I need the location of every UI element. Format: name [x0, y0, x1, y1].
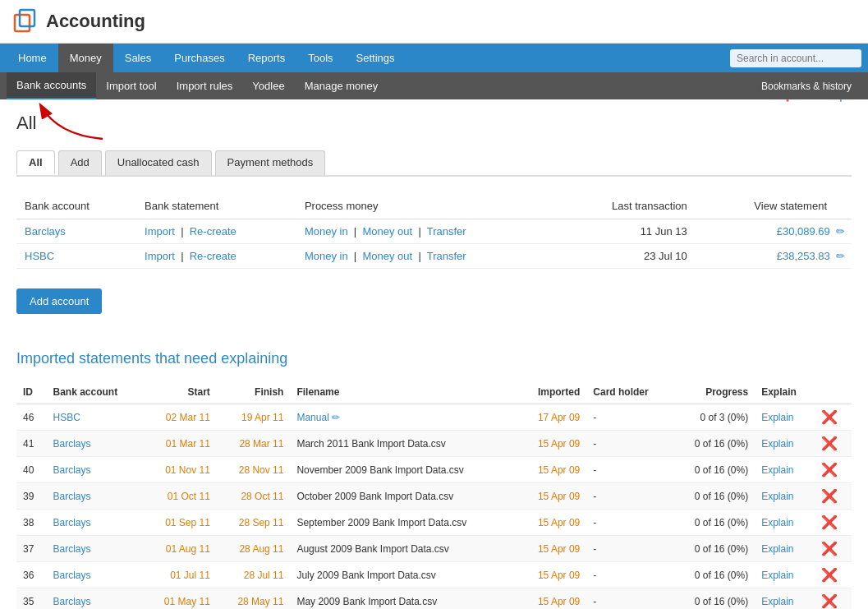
stmt-bank-link[interactable]: Barclays — [53, 491, 91, 502]
barclays-link[interactable]: Barclays — [25, 225, 66, 238]
stmt-filename-cell: Manual ✏ — [290, 404, 517, 431]
stmt-filename-cell: May 2009 Bank Import Data.csv — [290, 588, 517, 610]
stmt-explain-link[interactable]: Explain — [761, 543, 793, 555]
stmt-id: 46 — [16, 404, 47, 431]
account-row-hsbc: HSBC Import | Re-create Money in | Money… — [16, 244, 852, 269]
stmt-col-delete — [815, 381, 852, 404]
stmt-id: 39 — [16, 483, 47, 510]
stmt-delete-icon[interactable]: ❌ — [821, 463, 838, 477]
nav-reports[interactable]: Reports — [237, 44, 297, 72]
stmt-bank-link[interactable]: HSBC — [53, 412, 80, 423]
stmt-imported: 15 Apr 09 — [518, 510, 587, 536]
nav-settings[interactable]: Settings — [345, 44, 406, 72]
stmt-explain-link[interactable]: Explain — [761, 596, 793, 607]
hsbc-link[interactable]: HSBC — [25, 250, 54, 262]
tab-add[interactable]: Add — [58, 150, 102, 175]
app-logo: Accounting — [13, 8, 145, 35]
stmt-cardholder: - — [586, 510, 672, 536]
stmt-id: 40 — [16, 457, 47, 483]
subnav-bank-accounts[interactable]: Bank accounts — [7, 72, 96, 99]
bookmarks-button[interactable]: Bookmarks & history — [751, 74, 861, 99]
barclays-money-in-link[interactable]: Money in — [305, 225, 348, 238]
stmt-delete-icon[interactable]: ❌ — [821, 489, 838, 503]
stmt-explain-link[interactable]: Explain — [761, 464, 793, 476]
stmt-start: 01 Oct 11 — [143, 483, 217, 510]
barclays-recreate-link[interactable]: Re-create — [190, 225, 237, 238]
stmt-delete-icon[interactable]: ❌ — [821, 515, 838, 529]
stmt-start: 01 Jul 11 — [143, 562, 217, 588]
stmt-finish: 28 Mar 11 — [217, 431, 291, 457]
add-account-button[interactable]: Add account — [16, 288, 102, 314]
barclays-edit-icon[interactable]: ✏ — [836, 225, 845, 238]
subnav-import-rules[interactable]: Import rules — [167, 73, 243, 99]
stmt-finish: 28 May 11 — [217, 588, 291, 610]
nav-money[interactable]: Money — [58, 44, 113, 72]
stmt-finish: 28 Aug 11 — [217, 536, 291, 562]
stmt-explain-link[interactable]: Explain — [761, 517, 793, 528]
stmt-col-imported: Imported — [518, 381, 587, 404]
stmt-explain-link[interactable]: Explain — [761, 438, 793, 450]
stmt-imported: 15 Apr 09 — [518, 536, 587, 562]
stmt-explain-link[interactable]: Explain — [761, 570, 793, 581]
stmt-bank-link[interactable]: Barclays — [53, 596, 91, 607]
col-bank-account: Bank account — [16, 193, 136, 219]
hsbc-money-in-link[interactable]: Money in — [305, 250, 348, 262]
stmt-bank-link[interactable]: Barclays — [53, 543, 91, 555]
col-process-money: Process money — [296, 193, 560, 219]
nav-home[interactable]: Home — [7, 44, 58, 72]
svg-rect-0 — [15, 15, 30, 31]
stmt-explain-link[interactable]: Explain — [761, 412, 793, 423]
statement-row: 38 Barclays 01 Sep 11 28 Sep 11 Septembe… — [16, 510, 852, 536]
barclays-money-out-link[interactable]: Money out — [362, 225, 412, 238]
stmt-bank-link[interactable]: Barclays — [53, 438, 91, 450]
stmt-delete-icon[interactable]: ❌ — [821, 542, 838, 556]
stmt-filename: May 2009 Bank Import Data.csv — [296, 596, 437, 607]
search-input[interactable] — [730, 49, 861, 67]
stmt-bank-link[interactable]: Barclays — [53, 570, 91, 581]
stmt-progress: 0 of 16 (0%) — [672, 483, 755, 510]
stmt-filename-link[interactable]: Manual — [296, 412, 328, 423]
stmt-bank-link[interactable]: Barclays — [53, 517, 91, 528]
stmt-filename-cell: September 2009 Bank Import Data.csv — [290, 510, 517, 536]
stmt-explain-link[interactable]: Explain — [761, 491, 793, 502]
hsbc-edit-icon[interactable]: ✏ — [836, 250, 845, 262]
hsbc-money-out-link[interactable]: Money out — [362, 250, 412, 262]
stmt-cardholder: - — [586, 457, 672, 483]
tab-all[interactable]: All — [16, 150, 55, 175]
stmt-cardholder: - — [586, 536, 672, 562]
tab-unallocated-cash[interactable]: Unallocated cash — [105, 150, 212, 175]
stmt-delete-icon[interactable]: ❌ — [821, 410, 838, 424]
stmt-col-id: ID — [16, 381, 47, 404]
filename-edit-icon[interactable]: ✏ — [332, 412, 340, 423]
nav-purchases[interactable]: Purchases — [163, 44, 236, 72]
stmt-delete-icon[interactable]: ❌ — [821, 436, 838, 450]
stmt-col-bank: Bank account — [47, 381, 144, 404]
barclays-import-link[interactable]: Import — [145, 225, 175, 238]
subnav-manage-money[interactable]: Manage money — [295, 73, 388, 99]
col-last-transaction: Last transaction — [559, 193, 695, 219]
hsbc-import-link[interactable]: Import — [145, 250, 175, 262]
nav-tools[interactable]: Tools — [296, 44, 344, 72]
stmt-finish: 28 Jul 11 — [217, 562, 291, 588]
stmt-delete-icon[interactable]: ❌ — [821, 594, 838, 608]
subnav-yodlee[interactable]: Yodlee — [242, 73, 294, 99]
statement-row: 46 HSBC 02 Mar 11 19 Apr 11 Manual ✏ 17 … — [16, 404, 852, 431]
app-title: Accounting — [46, 11, 145, 32]
subnav-import-tool[interactable]: Import tool — [96, 73, 166, 99]
stmt-bank-link[interactable]: Barclays — [53, 464, 91, 476]
stmt-progress: 0 of 3 (0%) — [672, 404, 755, 431]
barclays-transfer-link[interactable]: Transfer — [427, 225, 466, 238]
imported-section-title: Imported statements that need explaining — [16, 350, 852, 367]
hsbc-transfer-link[interactable]: Transfer — [427, 250, 466, 262]
statement-row: 39 Barclays 01 Oct 11 28 Oct 11 October … — [16, 483, 852, 510]
nav-sales[interactable]: Sales — [113, 44, 163, 72]
statement-row: 40 Barclays 01 Nov 11 28 Nov 11 November… — [16, 457, 852, 483]
stmt-filename-cell: October 2009 Bank Import Data.csv — [290, 483, 517, 510]
stmt-cardholder: - — [586, 431, 672, 457]
tab-payment-methods[interactable]: Payment methods — [215, 150, 326, 175]
stmt-imported: 15 Apr 09 — [518, 431, 587, 457]
account-row-barclays: Barclays Import | Re-create Money in | M… — [16, 219, 852, 244]
stmt-delete-icon[interactable]: ❌ — [821, 568, 838, 582]
barclays-last-transaction: 11 Jun 13 — [559, 219, 695, 244]
hsbc-recreate-link[interactable]: Re-create — [190, 250, 237, 262]
